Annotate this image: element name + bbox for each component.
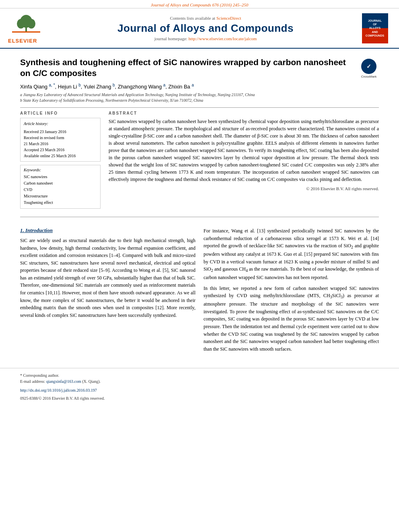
- history-label: Article history:: [24, 121, 97, 127]
- svg-rect-5: [12, 31, 40, 33]
- author-yulei: Yulei Zhang: [84, 84, 111, 90]
- body-col-left: 1. Introduction SiC are widely used as s…: [20, 227, 195, 356]
- email-label: E-mail address:: [20, 379, 45, 384]
- keyword-3: Microstructure: [24, 193, 97, 199]
- author-xinfa: Xinfa Qiang: [20, 84, 47, 90]
- history-item-1: Received in revised form: [24, 135, 97, 141]
- article-info-heading: ARTICLE INFO: [20, 111, 101, 115]
- keyword-1: Carbon nanosheet: [24, 180, 97, 187]
- affiliations: a Jiangsu Key Laboratory of Advanced Str…: [20, 92, 379, 103]
- crossmark-badge: ✓ CrossMark: [359, 59, 379, 78]
- abstract-heading: ABSTRACT: [109, 111, 379, 115]
- divider: [20, 107, 379, 108]
- sciencedirect-line: Contents lists available at ScienceDirec…: [52, 16, 359, 21]
- journal-citation-bar: Journal of Alloys and Compounds 676 (201…: [0, 0, 399, 8]
- abstract-col: ABSTRACT SiC nanowires wrapped by carbon…: [109, 111, 379, 209]
- authors-line: Xinfa Qiang a, *, Hejun Li b, Yulei Zhan…: [20, 83, 379, 90]
- corresponding-note: * Corresponding author. E-mail address: …: [20, 372, 379, 384]
- article-info-col: ARTICLE INFO Article history: Received 2…: [20, 111, 101, 209]
- article-info-abstract: ARTICLE INFO Article history: Received 2…: [20, 111, 379, 209]
- history-item-0: Received 23 January 2016: [24, 129, 97, 135]
- keyword-2: CVD: [24, 187, 97, 193]
- paper-title: Synthesis and toughening effect of SiC n…: [20, 57, 353, 79]
- crossmark-label: CrossMark: [361, 75, 377, 78]
- elsevier-logo: ELSEVIER: [8, 12, 52, 44]
- homepage-url[interactable]: http://www.elsevier.com/locate/jalcom: [189, 36, 257, 41]
- elsevier-wordmark: ELSEVIER: [8, 38, 52, 44]
- keyword-0: SiC nanowires: [24, 174, 97, 180]
- copyright-line: © 2016 Elsevier B.V. All rights reserved…: [109, 186, 379, 191]
- svg-point-4: [27, 19, 35, 29]
- journal-title: Journal of Alloys and Compounds: [52, 22, 359, 35]
- journal-logo-box: JOURNALOFALLOYSANDCOMPOUNDS: [362, 13, 388, 43]
- intro-para-right-1: For instance, Wang et al. [13] synthesiz…: [204, 227, 379, 281]
- issn-line: 0925-8388/© 2016 Elsevier B.V. All right…: [20, 396, 105, 401]
- doi-link[interactable]: http://dx.doi.org/10.1016/j.jallcom.2016…: [20, 388, 97, 392]
- journal-logo-right: JOURNALOFALLOYSANDCOMPOUNDS: [359, 13, 391, 43]
- crossmark-icon: ✓: [361, 59, 376, 74]
- elsevier-tree-icon: [8, 12, 44, 35]
- homepage-line: journal homepage: http://www.elsevier.co…: [52, 36, 359, 41]
- keyword-4: Toughening effect: [24, 199, 97, 206]
- journal-banner: ELSEVIER Contents lists available at Sci…: [0, 8, 399, 49]
- body-content: 1. Introduction SiC are widely used as s…: [0, 217, 399, 364]
- history-item-3: Accepted 23 March 2016: [24, 147, 97, 153]
- keywords-box: Keywords: SiC nanowires Carbon nanosheet…: [20, 165, 101, 209]
- body-two-col: 1. Introduction SiC are widely used as s…: [20, 227, 379, 356]
- intro-para-right-2: In this letter, we reported a new form o…: [204, 285, 379, 353]
- paper-footer: * Corresponding author. E-mail address: …: [0, 368, 399, 405]
- paper-title-section: Synthesis and toughening effect of SiC n…: [20, 57, 379, 79]
- history-item-2: 21 March 2016: [24, 141, 97, 147]
- intro-para-left: SiC are widely used as structural materi…: [20, 237, 195, 319]
- keywords-label: Keywords:: [24, 168, 97, 172]
- keywords-list: SiC nanowires Carbon nanosheet CVD Micro…: [24, 174, 97, 206]
- svg-point-3: [17, 19, 25, 29]
- article-history-box: Article history: Received 23 January 201…: [20, 118, 101, 162]
- sciencedirect-link[interactable]: ScienceDirect: [216, 16, 241, 21]
- section1-title: 1. Introduction: [20, 227, 195, 234]
- author-zhangzhong: Zhangzhong Wang: [118, 84, 162, 90]
- email-address[interactable]: qiangxinfa@163.com: [46, 379, 81, 384]
- paper-content: Synthesis and toughening effect of SiC n…: [0, 49, 399, 217]
- journal-citation: Journal of Alloys and Compounds 676 (201…: [151, 2, 249, 7]
- abstract-text: SiC nanowires wrapped by carbon nanoshee…: [109, 118, 379, 183]
- author-zhixin: Zhixin Ba: [169, 84, 190, 90]
- journal-logo-text: JOURNALOFALLOYSANDCOMPOUNDS: [366, 19, 384, 37]
- author-hejun: Hejun Li: [58, 84, 77, 90]
- body-col-right: For instance, Wang et al. [13] synthesiz…: [204, 227, 379, 356]
- history-item-4: Available online 25 March 2016: [24, 153, 97, 159]
- affiliation-b: b State Key Laboratory of Solidification…: [20, 98, 379, 103]
- affiliation-a: a Jiangsu Key Laboratory of Advanced Str…: [20, 92, 379, 98]
- journal-center: Contents lists available at ScienceDirec…: [52, 16, 359, 41]
